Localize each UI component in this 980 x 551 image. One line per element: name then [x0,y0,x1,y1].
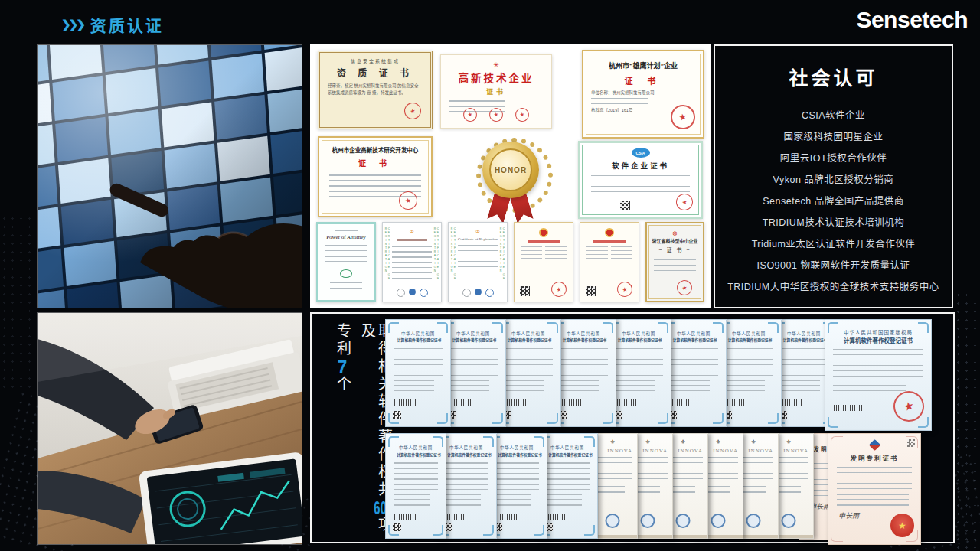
certificate-rnd-center: 杭州市企业高新技术研究开发中心 证 书 [318,136,433,217]
red-emblem-icon: ✳ [449,61,544,69]
red-national-emblem-seal [890,514,914,537]
page-title-text: 资质认证 [90,13,164,36]
certificate-subtitle: 证 书 [591,74,695,86]
certificate-of-registration-en: CERTIFICATE OF REGISTRATION CERTIFICATE … [448,222,508,302]
vertical-side-text: CERTIFICATE OF REGISTRATION [433,227,439,297]
certificate-body-text: 经审查，核定 杭州实想科技有限公司 的信息安全系统集成资质等级为 壹 级，特发此… [328,83,423,96]
blue-ring-seal [746,514,761,528]
certificate-of-registration-cn: CERTIFICATE OF REGISTRATION CERTIFICATE … [382,222,442,302]
red-seal [675,279,693,296]
seal-row [383,289,441,297]
crest-icon: ♔ [456,229,499,236]
medal-ring: HONOR [482,142,539,198]
list-item: ISO9001 物联网软件开发质量认证 [757,257,910,272]
certificate-with-national-emblem [514,222,573,302]
certificate-subtitle: 证 书 [326,157,424,168]
summary-text: 个 [335,376,351,393]
sensetech-logo: Sensetech [856,7,968,33]
vertical-side-text: CERTIFICATE OF REGISTRATION [499,227,505,297]
green-oval-seal [340,269,352,278]
particle-dots-decoration [954,291,980,551]
text-columns-placeholder [586,246,632,269]
certificate-title: 资 质 证 书 [328,66,423,79]
text-lines-placeholder [591,98,648,104]
national-emblem-icon [539,228,548,237]
qr-code [620,201,630,210]
text-lines-placeholder [325,245,368,265]
summary-text: 专利 [335,323,351,358]
certificate-title-placeholder [397,239,426,241]
text-lines-placeholder [392,246,432,279]
seal-row [449,289,507,297]
blue-ring-seal [782,514,796,528]
vertical-side-text: CERTIFICATE OF REGISTRATION [450,227,456,297]
blue-ring-seal [485,289,494,297]
invention-patent-certificate-large: 发明专利证书 申长雨 [828,433,921,545]
certificate-title: Power of Attorney [323,234,369,240]
crest-icon: ♔ [390,229,433,236]
certificate-title: Certificate of Registration [456,237,499,241]
certificate-power-of-attorney: Power of Attorney [316,222,376,302]
patents-summary-vertical-text: 取得相关软件著作权共60+项及 专利7个 [324,323,392,539]
certificate-high-tech-enterprise: ✳ 高新技术企业 证书 [440,54,552,129]
red-seal [488,107,505,123]
qualification-certification-slide: ❯❯❯ 资质认证 Sensetech [0,0,980,551]
certificate-title: 杭州市“雄鹰计划”企业 [591,60,695,70]
certificate-title: 软件企业证书 [588,160,693,171]
qr-code [907,439,915,447]
copyright-certificates-row: 中华人民共和国 计算机软件著作权登记证书 中华人民共和国 计算机软件著作权登记证… [385,319,932,432]
software-copyright-certificate: 中华人民共和国 计算机软件著作权登记证书 [385,319,451,427]
text-lines-placeholder [458,245,498,277]
honor-medal: HONOR [472,138,549,223]
red-seal [550,280,567,298]
text-lines-placeholder [654,259,696,272]
certificate-title-placeholder [528,240,560,243]
patent-summary-column: 专利7个 [333,323,351,539]
page-title: ❯❯❯ 资质认证 [61,13,164,36]
gray-seal [462,289,471,297]
list-item: TRIDIUM大中华区授权的全球技术支持服务中心 [727,279,939,293]
certificates-panel: 信息安全系统集成 资 质 证 书 经审查，核定 杭州实想科技有限公司 的信息安全… [310,44,710,308]
certificate-with-national-emblem [580,222,639,302]
photo-desk-work-scene-art [38,313,302,544]
blue-ring-seal [711,514,726,528]
red-seal [514,107,531,123]
list-item: 阿里云IOT授权合作伙伴 [780,150,887,165]
certificate-software-enterprise: CSIA 软件企业证书 [578,141,703,219]
text-lines-placeholder [591,175,690,195]
red-seal [675,192,694,211]
list-item: CSIA软件企业 [802,107,865,122]
red-seal [462,107,479,123]
patents-panel: 取得相关软件著作权共60+项及 专利7个 中华人民共和国 计算机软件著作权登记证… [310,312,955,543]
list-item: Vykon 品牌北区授权分销商 [773,171,894,186]
medal-label: HONOR [489,148,532,191]
list-item: Sensetech 品牌全国产品提供商 [763,193,904,207]
text-columns-placeholder [521,246,567,269]
certificate-subtitle: 证书 [449,86,544,96]
list-item: TRIDIUM技术认证技术培训机构 [763,214,905,229]
photo-hand-touch-screens-art [38,45,302,308]
blue-seal [475,289,482,295]
certificate-category: 信息安全系统集成 [328,57,423,64]
blue-ring-seal [676,514,691,528]
particle-dots-decoration [0,214,35,390]
blue-seal [409,289,416,295]
social-recognition-list: CSIA软件企业 国家级科技园明星企业 阿里云IOT授权合作伙伴 Vykon 品… [715,107,952,293]
red-seal [403,101,422,120]
gray-seal [397,289,405,297]
photo-desk-work-scene [37,312,302,545]
certificate-zhejiang-sme: ❆ 浙江省科技型中小企业 ~ 证 书 ~ [645,222,704,302]
certificate-title: 高新技术企业 [449,70,544,85]
patent-certificates-row: 中华人民共和国 计算机软件著作权登记证书 中华人民共和国 计算机软件著作权登记证… [385,433,921,542]
qr-code [520,286,530,296]
certificate-line: 单位名称：杭州实想科技有限公司 [591,90,695,96]
patent-count: 7 [332,358,352,376]
flame-logo-icon: ❆ [652,230,698,237]
coat-of-arms-icon: ⚜ [593,439,632,446]
blue-ring-seal [641,514,655,528]
social-recognition-title: 社会认可 [715,63,952,90]
certificate-eagle-plan: 杭州市“雄鹰计划”企业 证 书 单位名称：杭州实想科技有限公司 杭科高〔2019… [582,50,704,139]
red-seal [616,280,633,298]
national-emblem-icon [605,228,614,237]
photo-hand-touch-screens [37,44,302,308]
